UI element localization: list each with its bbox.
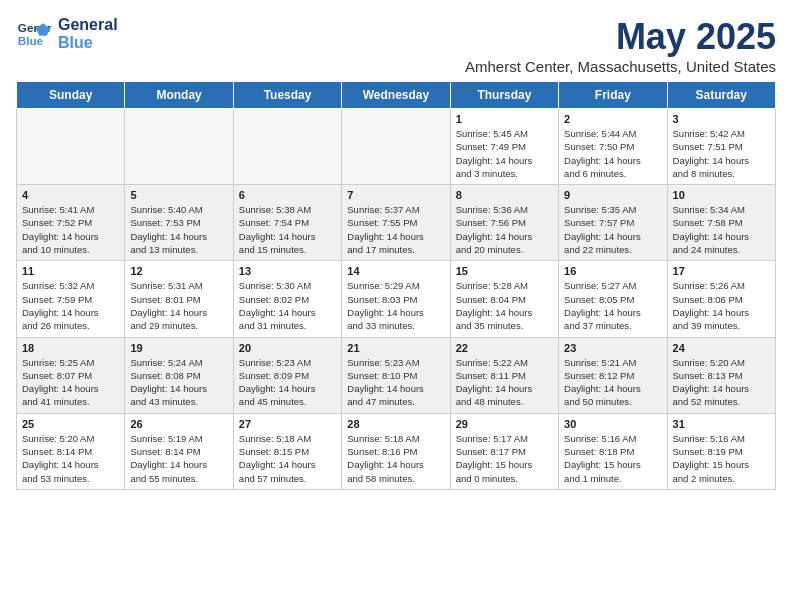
calendar-cell: 22Sunrise: 5:22 AM Sunset: 8:11 PM Dayli… [450,337,558,413]
calendar-cell: 10Sunrise: 5:34 AM Sunset: 7:58 PM Dayli… [667,185,775,261]
date-number: 26 [130,418,227,430]
calendar-cell: 4Sunrise: 5:41 AM Sunset: 7:52 PM Daylig… [17,185,125,261]
date-number: 23 [564,342,661,354]
date-number: 29 [456,418,553,430]
cell-text: Sunrise: 5:23 AM Sunset: 8:10 PM Dayligh… [347,356,444,409]
title-area: May 2025 Amherst Center, Massachusetts, … [465,16,776,75]
day-header-wednesday: Wednesday [342,82,450,109]
cell-text: Sunrise: 5:44 AM Sunset: 7:50 PM Dayligh… [564,127,661,180]
cell-text: Sunrise: 5:20 AM Sunset: 8:13 PM Dayligh… [673,356,770,409]
cell-text: Sunrise: 5:35 AM Sunset: 7:57 PM Dayligh… [564,203,661,256]
date-number: 3 [673,113,770,125]
header-row: SundayMondayTuesdayWednesdayThursdayFrid… [17,82,776,109]
cell-text: Sunrise: 5:37 AM Sunset: 7:55 PM Dayligh… [347,203,444,256]
calendar-cell: 8Sunrise: 5:36 AM Sunset: 7:56 PM Daylig… [450,185,558,261]
date-number: 7 [347,189,444,201]
calendar-cell: 21Sunrise: 5:23 AM Sunset: 8:10 PM Dayli… [342,337,450,413]
date-number: 11 [22,265,119,277]
calendar-cell: 14Sunrise: 5:29 AM Sunset: 8:03 PM Dayli… [342,261,450,337]
calendar-cell: 18Sunrise: 5:25 AM Sunset: 8:07 PM Dayli… [17,337,125,413]
calendar-cell: 13Sunrise: 5:30 AM Sunset: 8:02 PM Dayli… [233,261,341,337]
cell-text: Sunrise: 5:22 AM Sunset: 8:11 PM Dayligh… [456,356,553,409]
week-row-1: 1Sunrise: 5:45 AM Sunset: 7:49 PM Daylig… [17,109,776,185]
date-number: 24 [673,342,770,354]
cell-text: Sunrise: 5:26 AM Sunset: 8:06 PM Dayligh… [673,279,770,332]
cell-text: Sunrise: 5:21 AM Sunset: 8:12 PM Dayligh… [564,356,661,409]
cell-text: Sunrise: 5:45 AM Sunset: 7:49 PM Dayligh… [456,127,553,180]
calendar-cell: 31Sunrise: 5:16 AM Sunset: 8:19 PM Dayli… [667,413,775,489]
date-number: 22 [456,342,553,354]
date-number: 4 [22,189,119,201]
cell-text: Sunrise: 5:27 AM Sunset: 8:05 PM Dayligh… [564,279,661,332]
calendar-cell: 27Sunrise: 5:18 AM Sunset: 8:15 PM Dayli… [233,413,341,489]
cell-text: Sunrise: 5:18 AM Sunset: 8:16 PM Dayligh… [347,432,444,485]
calendar-title: May 2025 [465,16,776,58]
date-number: 9 [564,189,661,201]
cell-text: Sunrise: 5:32 AM Sunset: 7:59 PM Dayligh… [22,279,119,332]
day-header-saturday: Saturday [667,82,775,109]
cell-text: Sunrise: 5:16 AM Sunset: 8:19 PM Dayligh… [673,432,770,485]
calendar-cell: 19Sunrise: 5:24 AM Sunset: 8:08 PM Dayli… [125,337,233,413]
logo-text-1: General [58,16,118,34]
cell-text: Sunrise: 5:17 AM Sunset: 8:17 PM Dayligh… [456,432,553,485]
date-number: 12 [130,265,227,277]
week-row-3: 11Sunrise: 5:32 AM Sunset: 7:59 PM Dayli… [17,261,776,337]
calendar-cell: 26Sunrise: 5:19 AM Sunset: 8:14 PM Dayli… [125,413,233,489]
calendar-cell [125,109,233,185]
cell-text: Sunrise: 5:34 AM Sunset: 7:58 PM Dayligh… [673,203,770,256]
date-number: 28 [347,418,444,430]
cell-text: Sunrise: 5:28 AM Sunset: 8:04 PM Dayligh… [456,279,553,332]
calendar-cell: 2Sunrise: 5:44 AM Sunset: 7:50 PM Daylig… [559,109,667,185]
date-number: 25 [22,418,119,430]
calendar-cell: 7Sunrise: 5:37 AM Sunset: 7:55 PM Daylig… [342,185,450,261]
calendar-cell: 12Sunrise: 5:31 AM Sunset: 8:01 PM Dayli… [125,261,233,337]
calendar-cell: 1Sunrise: 5:45 AM Sunset: 7:49 PM Daylig… [450,109,558,185]
date-number: 15 [456,265,553,277]
cell-text: Sunrise: 5:36 AM Sunset: 7:56 PM Dayligh… [456,203,553,256]
date-number: 19 [130,342,227,354]
cell-text: Sunrise: 5:24 AM Sunset: 8:08 PM Dayligh… [130,356,227,409]
calendar-cell: 6Sunrise: 5:38 AM Sunset: 7:54 PM Daylig… [233,185,341,261]
calendar-cell: 11Sunrise: 5:32 AM Sunset: 7:59 PM Dayli… [17,261,125,337]
date-number: 16 [564,265,661,277]
calendar-subtitle: Amherst Center, Massachusetts, United St… [465,58,776,75]
cell-text: Sunrise: 5:42 AM Sunset: 7:51 PM Dayligh… [673,127,770,180]
week-row-2: 4Sunrise: 5:41 AM Sunset: 7:52 PM Daylig… [17,185,776,261]
calendar-cell: 25Sunrise: 5:20 AM Sunset: 8:14 PM Dayli… [17,413,125,489]
calendar-cell: 16Sunrise: 5:27 AM Sunset: 8:05 PM Dayli… [559,261,667,337]
day-header-friday: Friday [559,82,667,109]
date-number: 18 [22,342,119,354]
cell-text: Sunrise: 5:30 AM Sunset: 8:02 PM Dayligh… [239,279,336,332]
cell-text: Sunrise: 5:40 AM Sunset: 7:53 PM Dayligh… [130,203,227,256]
calendar-cell: 29Sunrise: 5:17 AM Sunset: 8:17 PM Dayli… [450,413,558,489]
calendar-cell: 30Sunrise: 5:16 AM Sunset: 8:18 PM Dayli… [559,413,667,489]
calendar-cell: 28Sunrise: 5:18 AM Sunset: 8:16 PM Dayli… [342,413,450,489]
date-number: 2 [564,113,661,125]
date-number: 8 [456,189,553,201]
cell-text: Sunrise: 5:23 AM Sunset: 8:09 PM Dayligh… [239,356,336,409]
calendar-cell: 23Sunrise: 5:21 AM Sunset: 8:12 PM Dayli… [559,337,667,413]
date-number: 27 [239,418,336,430]
date-number: 30 [564,418,661,430]
cell-text: Sunrise: 5:16 AM Sunset: 8:18 PM Dayligh… [564,432,661,485]
calendar-cell [342,109,450,185]
calendar-cell [233,109,341,185]
cell-text: Sunrise: 5:25 AM Sunset: 8:07 PM Dayligh… [22,356,119,409]
logo-text-2: Blue [58,34,118,52]
date-number: 21 [347,342,444,354]
calendar-cell: 17Sunrise: 5:26 AM Sunset: 8:06 PM Dayli… [667,261,775,337]
cell-text: Sunrise: 5:29 AM Sunset: 8:03 PM Dayligh… [347,279,444,332]
date-number: 10 [673,189,770,201]
cell-text: Sunrise: 5:19 AM Sunset: 8:14 PM Dayligh… [130,432,227,485]
calendar-cell: 9Sunrise: 5:35 AM Sunset: 7:57 PM Daylig… [559,185,667,261]
day-header-sunday: Sunday [17,82,125,109]
cell-text: Sunrise: 5:20 AM Sunset: 8:14 PM Dayligh… [22,432,119,485]
week-row-4: 18Sunrise: 5:25 AM Sunset: 8:07 PM Dayli… [17,337,776,413]
date-number: 1 [456,113,553,125]
calendar-cell: 5Sunrise: 5:40 AM Sunset: 7:53 PM Daylig… [125,185,233,261]
week-row-5: 25Sunrise: 5:20 AM Sunset: 8:14 PM Dayli… [17,413,776,489]
calendar-cell [17,109,125,185]
date-number: 14 [347,265,444,277]
cell-text: Sunrise: 5:41 AM Sunset: 7:52 PM Dayligh… [22,203,119,256]
cell-text: Sunrise: 5:31 AM Sunset: 8:01 PM Dayligh… [130,279,227,332]
